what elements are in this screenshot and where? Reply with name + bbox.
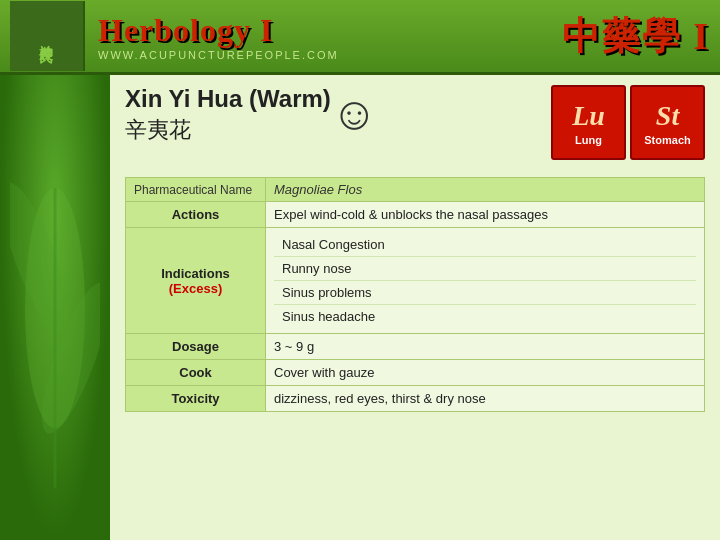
- toxicity-row: Toxicity dizziness, red eyes, thirst & d…: [126, 386, 705, 412]
- app-title: Herbology I: [98, 12, 339, 49]
- cook-value: Cover with gauze: [266, 360, 705, 386]
- stomach-label: Stomach: [644, 134, 690, 146]
- cook-label: Cook: [126, 360, 266, 386]
- actions-label: Actions: [126, 202, 266, 228]
- stomach-symbol: St: [656, 100, 679, 132]
- header-left: 神農氏 Herbology I www.AcupuncturePeople.co…: [10, 1, 339, 71]
- app-header: 神農氏 Herbology I www.AcupuncturePeople.co…: [0, 0, 720, 75]
- header-title-area: Herbology I www.AcupuncturePeople.com: [93, 12, 339, 61]
- left-sidebar: [0, 75, 110, 540]
- sidebar-decoration: [0, 75, 110, 540]
- herb-symbol: ☺: [331, 87, 378, 139]
- dosage-label: Dosage: [126, 334, 266, 360]
- herb-english-name: Xin Yi Hua (Warm): [125, 85, 331, 113]
- lung-label: Lung: [575, 134, 602, 146]
- herb-icon: ☺: [331, 85, 378, 140]
- herb-chinese-name: 辛夷花: [125, 115, 331, 145]
- dosage-row: Dosage 3 ~ 9 g: [126, 334, 705, 360]
- indication-4: Sinus headache: [274, 305, 696, 328]
- actions-row: Actions Expel wind-cold & unblocks the n…: [126, 202, 705, 228]
- indication-2: Runny nose: [274, 257, 696, 281]
- logo-box: 神農氏: [10, 1, 85, 71]
- actions-value: Expel wind-cold & unblocks the nasal pas…: [266, 202, 705, 228]
- indications-label: Indications (Excess): [126, 228, 266, 334]
- website-url: www.AcupuncturePeople.com: [98, 49, 339, 61]
- lung-icon: Lu Lung: [551, 85, 626, 160]
- dosage-value: 3 ~ 9 g: [266, 334, 705, 360]
- lung-symbol: Lu: [572, 100, 605, 132]
- pharm-name-row: Pharmaceutical Name Magnoliae Flos: [126, 178, 705, 202]
- pharm-name-value: Magnoliae Flos: [266, 178, 705, 202]
- pharm-name-header: Pharmaceutical Name: [126, 178, 266, 202]
- herb-table: Pharmaceutical Name Magnoliae Flos Actio…: [125, 177, 705, 412]
- main-content: Xin Yi Hua (Warm) 辛夷花 ☺ Lu Lung St Stoma…: [110, 75, 720, 540]
- herb-name-text: Xin Yi Hua (Warm) 辛夷花: [125, 85, 331, 145]
- herb-header: Xin Yi Hua (Warm) 辛夷花 ☺ Lu Lung St Stoma…: [125, 85, 705, 165]
- indications-values: Nasal Congestion Runny nose Sinus proble…: [266, 228, 705, 334]
- organ-icons: Lu Lung St Stomach: [551, 85, 705, 160]
- indication-1: Nasal Congestion: [274, 233, 696, 257]
- indications-row: Indications (Excess) Nasal Congestion Ru…: [126, 228, 705, 334]
- toxicity-label: Toxicity: [126, 386, 266, 412]
- cook-row: Cook Cover with gauze: [126, 360, 705, 386]
- header-right-text: 中藥學 I: [562, 11, 710, 62]
- stomach-icon: St Stomach: [630, 85, 705, 160]
- indication-3: Sinus problems: [274, 281, 696, 305]
- toxicity-value: dizziness, red eyes, thirst & dry nose: [266, 386, 705, 412]
- logo-text: 神農氏: [38, 33, 56, 39]
